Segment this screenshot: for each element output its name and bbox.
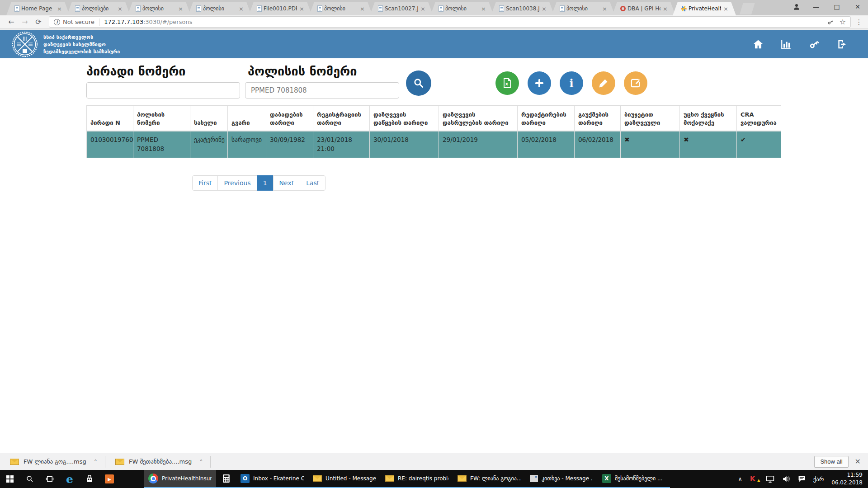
tray-chevron-icon[interactable]: ∧ — [738, 476, 742, 482]
cell-personal-n: 01030019760 — [87, 131, 133, 158]
download-item-1[interactable]: FW ლიანა გოგ....msg ⌃ — [0, 453, 105, 470]
tab-scan10038[interactable]: Scan10038.JPG × — [491, 2, 554, 15]
security-chip[interactable]: i Not secure — [54, 19, 94, 25]
taskbar-chrome-window[interactable]: PrivateHealthInsura... — [144, 470, 216, 488]
tab-policy-3[interactable]: პოლისი × — [309, 2, 373, 15]
notification-icon[interactable] — [798, 475, 806, 483]
download-item-2[interactable]: FW შეთანხმება....msg ⌃ — [105, 453, 211, 470]
add-person-button[interactable] — [528, 71, 551, 95]
tab-policy-4[interactable]: პოლისი × — [430, 2, 494, 15]
tab-close-icon[interactable]: × — [57, 6, 62, 12]
tab-close-icon[interactable]: × — [359, 6, 365, 12]
search-button[interactable] — [406, 70, 431, 96]
col-cra-valid: CRA ვალიდურია — [737, 106, 781, 131]
tab-policies[interactable]: პოლისები × — [67, 2, 130, 15]
tab-close-icon[interactable]: × — [178, 6, 184, 12]
taskbar-outlook-window[interactable]: O Inbox - Ekaterine O... — [236, 470, 308, 488]
tab-policy-5[interactable]: პოლისი × — [552, 2, 615, 15]
home-icon[interactable] — [752, 38, 764, 50]
show-all-downloads-button[interactable]: Show all — [814, 456, 848, 468]
tab-label: პოლისი — [203, 5, 236, 12]
task-view-button[interactable] — [40, 470, 60, 488]
page-icon — [257, 5, 262, 12]
tab-close-icon[interactable]: × — [481, 6, 486, 12]
tab-close-icon[interactable]: × — [602, 6, 608, 12]
org-name-line1: სსიპ საქართველოს — [43, 33, 120, 41]
tab-policy-1[interactable]: პოლისი × — [127, 2, 191, 15]
edit-button[interactable] — [592, 71, 615, 95]
export-excel-button[interactable]: x — [495, 71, 519, 95]
start-button[interactable] — [0, 470, 20, 488]
tab-file0010-pdf[interactable]: File0010.PDF × — [249, 2, 312, 15]
taskbar-excel-window[interactable]: X შესამოწმებელი ... — [598, 470, 670, 488]
info-detail-button[interactable]: i — [560, 71, 583, 95]
edit-form-button[interactable] — [624, 71, 647, 95]
tab-dba-gpi[interactable]: DBA | GPI Hold × — [612, 2, 675, 15]
org-logo — [12, 31, 38, 57]
download-menu-chevron-icon[interactable]: ⌃ — [94, 459, 98, 465]
minimize-button[interactable]: — — [806, 0, 826, 14]
tab-scan10027[interactable]: Scan10027.JPG × — [370, 2, 433, 15]
network-icon[interactable] — [766, 475, 774, 483]
volume-icon[interactable] — [782, 475, 790, 483]
page-icon — [14, 5, 19, 12]
pagination-first[interactable]: First — [192, 175, 218, 191]
movies-tv-button[interactable]: ▶ — [99, 470, 119, 488]
key-access-icon[interactable] — [808, 38, 820, 50]
taskbar-spacer — [119, 470, 144, 488]
new-tab-button[interactable] — [740, 3, 755, 14]
clock[interactable]: 11:59 06.02.2018 — [831, 471, 863, 487]
browser-menu-icon[interactable]: ⋮ — [854, 18, 863, 26]
kaspersky-icon[interactable]: K — [750, 475, 758, 483]
edge-button[interactable]: e — [60, 470, 80, 488]
tab-policy-2[interactable]: პოლისი × — [188, 2, 251, 15]
refresh-icon[interactable]: ⟳ — [32, 16, 45, 28]
taskbar-message-window-2[interactable]: RE: daireqtis proble... — [381, 470, 453, 488]
pagination-previous[interactable]: Previous — [217, 175, 257, 191]
taskbar-search-button[interactable] — [20, 470, 40, 488]
col-registration-date: რეგისტრაციის თარიღი — [313, 106, 370, 131]
col-foreign-citizen: უცხო ქვეყნის მოქალაქე — [680, 106, 737, 131]
bookmark-star-icon[interactable]: ☆ — [840, 18, 846, 26]
tab-private-health-active[interactable]: PrivateHealthI × — [673, 2, 736, 15]
personal-number-input[interactable] — [86, 82, 240, 99]
key-icon[interactable] — [827, 19, 834, 26]
store-bag-icon — [85, 475, 94, 483]
table-row[interactable]: 01030019760 PPMED 7081808 ეკატერინე სარა… — [87, 131, 781, 158]
download-bar: FW ლიანა გოგ....msg ⌃ FW შეთანხმება....m… — [0, 453, 868, 470]
taskbar-message-window-3[interactable]: FW: ლიანა გოგია... — [453, 470, 525, 488]
download-menu-chevron-icon[interactable]: ⌃ — [199, 459, 203, 465]
taskbar-message-window-4[interactable]: კითხვა - Message ... — [525, 470, 598, 488]
close-download-bar-icon[interactable]: ✕ — [855, 457, 861, 466]
tab-close-icon[interactable]: × — [420, 6, 426, 12]
maximize-button[interactable]: □ — [826, 0, 847, 14]
pagination-page-1[interactable]: 1 — [257, 175, 274, 191]
security-label: Not secure — [63, 19, 94, 25]
col-last-name: გვარი — [228, 106, 266, 131]
address-bar[interactable]: i Not secure 172.17.7.103 :3030/#/person… — [49, 16, 851, 28]
tab-close-icon[interactable]: × — [117, 6, 123, 12]
chart-icon[interactable] — [780, 38, 792, 50]
back-icon[interactable]: ← — [5, 16, 18, 28]
language-indicator[interactable]: ქარ — [813, 476, 824, 483]
tab-home-page[interactable]: Home Page × — [6, 2, 70, 15]
taskbar-message-window-1[interactable]: Untitled - Message ... — [308, 470, 381, 488]
tab-close-icon[interactable]: × — [723, 6, 729, 12]
persons-page: პირადი ნომერი პოლისის ნომერი x i პირადი … — [0, 59, 868, 453]
pagination-last[interactable]: Last — [300, 175, 326, 191]
policy-number-input[interactable] — [245, 82, 399, 99]
forward-icon[interactable]: → — [18, 16, 32, 28]
tab-close-icon[interactable]: × — [541, 6, 547, 12]
system-tray: ∧ K ქარ 11:59 06.02.2018 — [738, 470, 868, 488]
cell-registration-date: 23/01/2018 21:00 — [313, 131, 370, 158]
logout-icon[interactable] — [836, 38, 848, 50]
store-button[interactable] — [80, 470, 99, 488]
tab-close-icon[interactable]: × — [238, 6, 244, 12]
pagination-next[interactable]: Next — [273, 175, 301, 191]
tab-close-icon[interactable]: × — [662, 6, 668, 12]
pagination: First Previous 1 Next Last — [192, 175, 326, 191]
close-window-button[interactable]: ✕ — [847, 0, 868, 14]
browser-profile-icon[interactable] — [788, 0, 806, 14]
taskbar-calculator-window[interactable] — [216, 470, 236, 488]
tab-close-icon[interactable]: × — [299, 6, 305, 12]
